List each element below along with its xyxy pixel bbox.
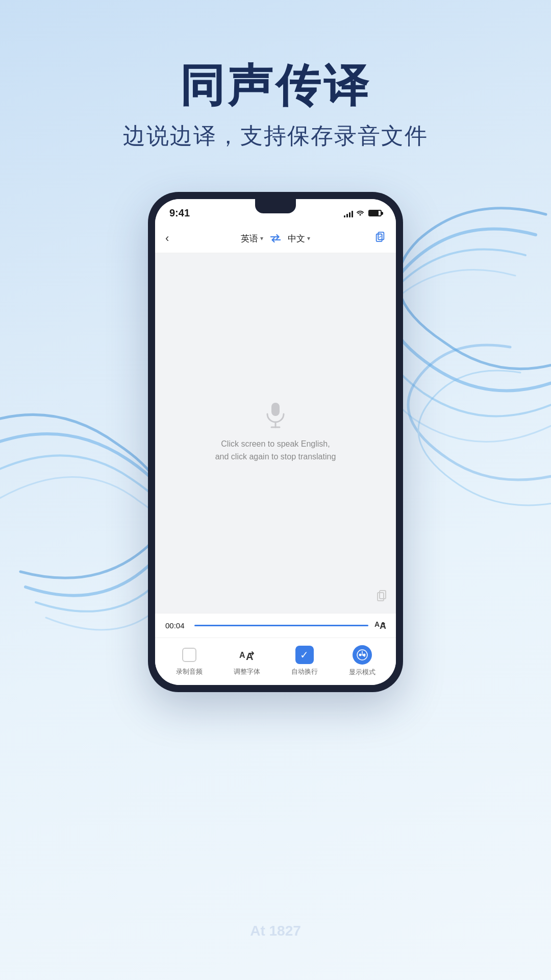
phone-screen[interactable]: 9:41 [155,199,396,685]
status-time: 9:41 [169,207,190,219]
hint-text: Click screen to speak English, and click… [215,437,336,463]
phone-frame: 9:41 [148,192,403,692]
checkbox-unchecked-icon [182,648,196,662]
source-lang-dropdown-icon: ▾ [260,235,263,242]
main-content-area[interactable]: Click screen to speak English, and click… [155,253,396,613]
svg-rect-5 [380,591,386,599]
phone-wrapper: 9:41 [0,192,551,692]
clipboard-icon[interactable] [374,231,386,246]
signal-bar-2 [346,214,348,217]
signal-bar-4 [352,211,353,217]
source-language-label: 英语 [241,233,258,244]
svg-rect-2 [271,403,280,416]
svg-point-13 [363,653,365,656]
wifi-icon [356,209,364,218]
adjust-font-label: 调整字体 [234,667,260,676]
signal-icon [344,209,353,217]
recording-time: 00:04 [165,621,188,630]
microphone-icon [263,403,288,427]
watermark: At 1827 [250,923,301,939]
toolbar-record-audio[interactable]: 录制音频 [169,646,210,676]
svg-rect-6 [378,593,384,601]
record-audio-label: 录制音频 [176,667,203,676]
record-audio-icon [180,646,198,664]
auto-wrap-label: 自动换行 [291,667,318,676]
target-language-button[interactable]: 中文 ▾ [288,233,310,244]
svg-point-12 [359,653,361,656]
signal-bar-3 [349,212,350,217]
target-language-label: 中文 [288,233,305,244]
auto-wrap-icon: ✓ [295,646,314,664]
hint-line-2: and click again to stop translating [215,450,336,463]
battery-icon [368,210,382,216]
hint-line-1: Click screen to speak English, [215,437,336,451]
svg-rect-1 [377,234,382,242]
svg-text:A: A [239,651,245,659]
checkmark-icon: ✓ [300,649,309,661]
font-adjust-icon: A A [374,620,386,631]
back-button[interactable]: ‹ [165,232,184,245]
toolbar-display-mode[interactable]: 显示模式 [342,645,383,677]
toolbar-adjust-font[interactable]: A A 调整字体 [227,646,267,676]
progress-area: 00:04 A A [155,613,396,638]
signal-bar-1 [344,215,345,217]
mic-container: Click screen to speak English, and click… [215,403,336,463]
app-header: ‹ 英语 ▾ 中文 ▾ [155,225,396,253]
target-lang-dropdown-icon: ▾ [307,235,310,242]
adjust-font-icon: A A [238,646,256,664]
hero-section: 同声传译 边说边译，支持保存录音文件 [0,0,551,177]
toolbar-auto-wrap[interactable]: ✓ 自动换行 [284,646,325,676]
source-language-button[interactable]: 英语 ▾ [241,233,263,244]
hero-subtitle: 边说边译，支持保存录音文件 [0,121,551,151]
status-icons [344,209,382,218]
bottom-toolbar: 录制音频 A A 调整字体 ✓ [155,638,396,685]
language-selector: 英语 ▾ 中文 ▾ [184,233,367,244]
svg-text:A: A [374,620,380,628]
svg-text:A: A [380,621,386,629]
phone-notch [255,199,296,213]
display-mode-icon [353,645,372,665]
display-mode-label: 显示模式 [349,668,375,677]
header-action-area [367,231,386,246]
swap-languages-button[interactable] [269,234,282,242]
progress-track [194,625,368,626]
battery-fill [369,211,379,215]
hero-title: 同声传译 [0,61,551,111]
copy-text-icon[interactable] [375,590,388,605]
